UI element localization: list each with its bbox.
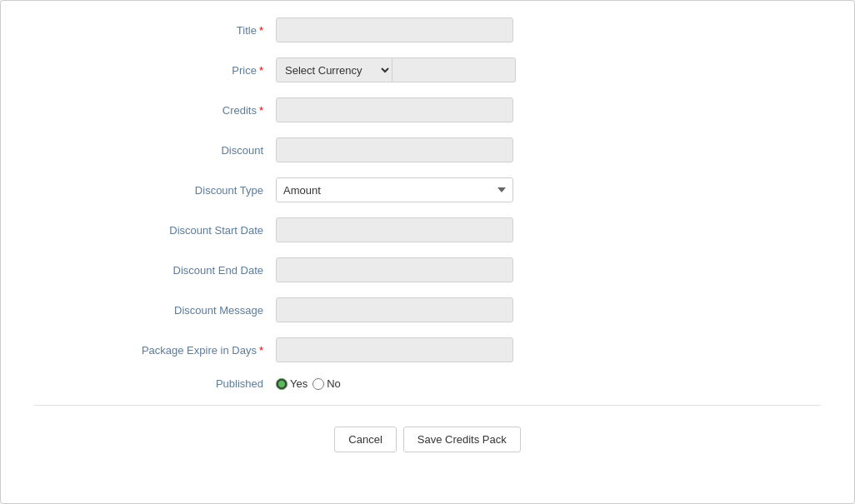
price-group: Select Currency [276,57,516,82]
package-expire-label: Package Expire in Days* [34,344,276,357]
discount-message-input[interactable] [276,297,513,322]
save-credits-pack-button[interactable]: Save Credits Pack [403,427,521,452]
form-divider [34,405,821,406]
discount-start-date-row: Discount Start Date [34,217,821,242]
discount-message-label: Discount Message [34,304,276,317]
discount-input[interactable] [276,137,513,162]
published-row: Published Yes No [34,377,821,390]
published-no-label[interactable]: No [312,377,341,390]
title-input[interactable] [276,17,513,42]
title-row: Title* [34,17,821,42]
price-label: Price* [34,64,276,77]
form-container: Title* Price* Select Currency Credits* [1,1,854,477]
discount-type-select[interactable]: Amount Percentage [276,177,513,202]
button-row: Cancel Save Credits Pack [34,418,821,461]
price-input[interactable] [392,57,516,82]
discount-message-row: Discount Message [34,297,821,322]
package-expire-input[interactable] [276,337,513,362]
main-window: Title* Price* Select Currency Credits* [0,0,855,504]
discount-start-date-input[interactable] [276,217,513,242]
discount-type-label: Discount Type [34,184,276,197]
published-yes-label[interactable]: Yes [276,377,308,390]
package-expire-row: Package Expire in Days* [34,337,821,362]
published-no-radio[interactable] [312,378,324,390]
cancel-button[interactable]: Cancel [334,427,396,452]
published-label: Published [34,377,276,390]
credits-row: Credits* [34,97,821,122]
discount-row: Discount [34,137,821,162]
discount-end-date-input[interactable] [276,257,513,282]
currency-select[interactable]: Select Currency [276,57,392,82]
title-label: Title* [34,24,276,37]
credits-input[interactable] [276,97,513,122]
discount-start-date-label: Discount Start Date [34,224,276,237]
published-radio-group: Yes No [276,377,341,390]
discount-label: Discount [34,144,276,157]
published-yes-radio[interactable] [276,378,288,390]
discount-end-date-row: Discount End Date [34,257,821,282]
credits-label: Credits* [34,104,276,117]
price-row: Price* Select Currency [34,57,821,82]
discount-end-date-label: Discount End Date [34,264,276,277]
discount-type-row: Discount Type Amount Percentage [34,177,821,202]
